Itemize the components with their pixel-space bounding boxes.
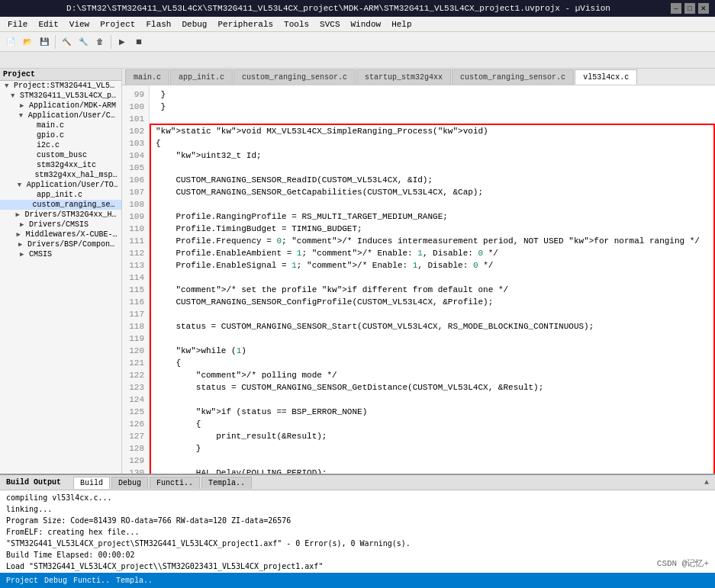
line-number: 122 bbox=[127, 369, 144, 381]
code-line: } bbox=[156, 442, 709, 455]
code-line: "kw">static "kw">void MX_VL53L4CX_Simple… bbox=[156, 125, 709, 137]
menu-item-edit[interactable]: Edit bbox=[34, 18, 63, 31]
editor-tab-4[interactable]: custom_ranging_sensor.c bbox=[452, 69, 574, 85]
toolbar-build[interactable]: 🔨 bbox=[59, 34, 74, 50]
status-functi-tab[interactable]: Functi.. bbox=[73, 577, 110, 585]
status-templa-tab[interactable]: Templa.. bbox=[116, 577, 153, 585]
tree-item-label: custom_busc bbox=[37, 151, 87, 159]
editor-tab-1[interactable]: app_init.c bbox=[170, 69, 233, 85]
menu-item-svcs[interactable]: SVCS bbox=[315, 18, 344, 31]
code-line: CUSTOM_RANGING_SENSOR_ReadID(CUSTOM_VL53… bbox=[156, 174, 709, 186]
code-line: } bbox=[156, 101, 709, 113]
sidebar-tree-item[interactable]: ▶Drivers/CMSIS bbox=[0, 220, 121, 230]
sidebar-tree-item[interactable]: ▶Drivers/STM32G4xx_HAL_Driver bbox=[0, 210, 121, 220]
toolbar-save[interactable]: 💾 bbox=[37, 34, 52, 50]
sidebar-tree-item[interactable]: ▶Middlewares/X-CUBE-TOF/Doc bbox=[0, 230, 121, 239]
tab-bar bbox=[0, 52, 715, 69]
status-project-tab[interactable]: Project bbox=[6, 577, 38, 585]
editor-tab-3[interactable]: startup_stm32g4xx bbox=[356, 69, 451, 85]
menu-item-peripherals[interactable]: Peripherals bbox=[213, 18, 278, 31]
tree-item-label: Drivers/STM32G4xx_HAL_Driver bbox=[25, 210, 118, 219]
code-line: Profile.EnableSignal = 1; "comment">/* E… bbox=[156, 259, 709, 272]
sidebar-tree-item[interactable]: custom_busc bbox=[0, 150, 121, 160]
build-output-line: FromELF: creating hex file... bbox=[6, 526, 709, 538]
line-number: 123 bbox=[127, 381, 144, 394]
menu-item-view[interactable]: View bbox=[65, 18, 94, 31]
menu-item-help[interactable]: Help bbox=[387, 18, 416, 31]
build-output-line: "STM32G441_VL53L4CX_project\STM32G441_VL… bbox=[6, 538, 709, 549]
sidebar-tree-item[interactable]: gpio.c bbox=[0, 130, 121, 140]
sidebar-tree-item[interactable]: custom_ranging_sensor.c bbox=[0, 200, 121, 210]
sidebar-tree-item[interactable]: ▶Application/MDK-ARM bbox=[0, 101, 121, 111]
line-number: 118 bbox=[127, 320, 144, 333]
line-number: 125 bbox=[127, 406, 144, 418]
tree-item-label: gpio.c bbox=[37, 131, 64, 140]
build-tab-3[interactable]: Templa.. bbox=[201, 477, 252, 489]
code-line: "kw">uint32_t Id; bbox=[156, 149, 709, 162]
tree-item-label: custom_ranging_sensor.c bbox=[32, 201, 118, 209]
tree-arrow-icon: ▼ bbox=[19, 112, 27, 120]
code-line bbox=[156, 113, 709, 125]
line-number: 128 bbox=[127, 442, 144, 455]
line-number: 103 bbox=[127, 137, 144, 149]
sidebar-tree-item[interactable]: ▶CMSIS bbox=[0, 249, 121, 259]
code-line: Profile.RangingProfile = RS_MULTI_TARGET… bbox=[156, 210, 709, 223]
line-number: 104 bbox=[127, 149, 144, 162]
code-line: { bbox=[156, 357, 709, 369]
code-view[interactable]: 9910010110210310410510610710810911011111… bbox=[122, 85, 715, 474]
tree-item-label: STM32G411_VL53L4CX_project1 bbox=[20, 92, 118, 100]
sidebar-tree-item[interactable]: ▼Project:STM32G441_VL53L4CX_project1 bbox=[0, 81, 121, 91]
sidebar-tree-item[interactable]: ▶Drivers/BSP/Components bbox=[0, 239, 121, 249]
build-output-line: Program Size: Code=81439 RO-data=766 RW-… bbox=[6, 515, 709, 526]
toolbar-new[interactable]: 📄 bbox=[3, 34, 18, 50]
menu-item-project[interactable]: Project bbox=[95, 18, 140, 31]
menu-item-debug[interactable]: Debug bbox=[177, 18, 211, 31]
sidebar-tree-item[interactable]: ▼Application/User/TOF/App bbox=[0, 180, 121, 190]
toolbar-rebuild[interactable]: 🔧 bbox=[76, 34, 91, 50]
tree-item-label: CMSIS bbox=[29, 250, 52, 259]
toolbar-debug[interactable]: ▶ bbox=[114, 34, 130, 50]
sidebar-tree-item[interactable]: stm32g4xx_hal_msp... bbox=[0, 170, 121, 180]
line-number: 130 bbox=[127, 467, 144, 474]
minimize-button[interactable]: – bbox=[671, 3, 681, 14]
tree-item-label: main.c bbox=[37, 121, 64, 130]
line-number: 119 bbox=[127, 333, 144, 345]
menu-item-tools[interactable]: Tools bbox=[279, 18, 314, 31]
sidebar-tree-item[interactable]: ▼STM32G411_VL53L4CX_project1 bbox=[0, 91, 121, 101]
sidebar-tree[interactable]: ▼Project:STM32G441_VL53L4CX_project1▼STM… bbox=[0, 81, 121, 474]
editor-tab-2[interactable]: custom_ranging_sensor.c bbox=[234, 69, 356, 85]
menu-item-flash[interactable]: Flash bbox=[141, 18, 176, 31]
tree-item-label: app_init.c bbox=[37, 191, 82, 199]
build-tab-0[interactable]: Build bbox=[73, 477, 110, 489]
toolbar-clean[interactable]: 🗑 bbox=[92, 34, 108, 50]
sidebar-tree-item[interactable]: app_init.c bbox=[0, 190, 121, 200]
close-button[interactable]: ✕ bbox=[698, 3, 709, 14]
editor-tab-5[interactable]: vl53l4cx.c bbox=[575, 69, 637, 85]
sidebar-tree-item[interactable]: i2c.c bbox=[0, 140, 121, 150]
build-panel-controls: ▲ bbox=[704, 478, 709, 487]
build-panel-header: Build Output BuildDebugFuncti..Templa.. … bbox=[0, 475, 715, 490]
build-tab-1[interactable]: Debug bbox=[111, 477, 148, 489]
sidebar-tree-item[interactable]: ▼Application/User/Core bbox=[0, 111, 121, 120]
maximize-button[interactable]: □ bbox=[684, 3, 695, 14]
toolbar-stop[interactable]: ⏹ bbox=[131, 34, 147, 50]
code-line: HAL_Delay(POLLING_PERIOD); bbox=[156, 467, 709, 474]
tree-arrow-icon: ▶ bbox=[17, 230, 24, 239]
line-number: 99 bbox=[127, 88, 144, 101]
code-line: { bbox=[156, 418, 709, 430]
build-tab-2[interactable]: Functi.. bbox=[150, 477, 200, 489]
sidebar-header: Project bbox=[0, 69, 121, 81]
sidebar-tree-item[interactable]: stm32g4xx_itc bbox=[0, 160, 121, 170]
code-line bbox=[156, 308, 709, 320]
toolbar-open[interactable]: 📂 bbox=[20, 34, 35, 50]
code-line: "comment">/* polling mode */ bbox=[156, 369, 709, 381]
status-bar: Project Debug Functi.. Templa.. bbox=[0, 573, 715, 588]
tree-item-label: Application/User/Core bbox=[28, 111, 118, 120]
menu-item-window[interactable]: Window bbox=[346, 18, 386, 31]
tree-item-label: Application/User/TOF/App bbox=[27, 181, 118, 189]
tree-arrow-icon: ▶ bbox=[20, 250, 27, 259]
sidebar-tree-item[interactable]: main.c bbox=[0, 120, 121, 130]
menu-item-file[interactable]: File bbox=[3, 18, 32, 31]
editor-tab-0[interactable]: main.c bbox=[125, 69, 169, 85]
status-debug-tab[interactable]: Debug bbox=[44, 577, 67, 585]
